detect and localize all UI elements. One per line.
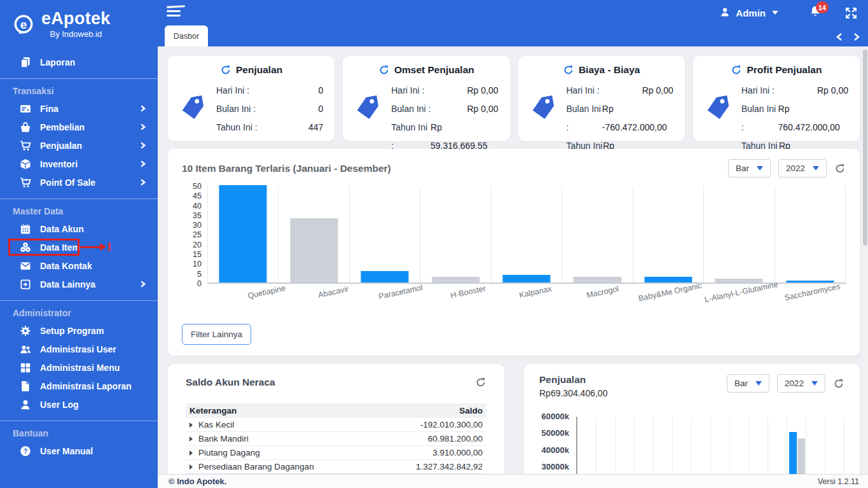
stat-row: Tahun Ini :447 xyxy=(216,118,323,137)
chart-year-value: 2022 xyxy=(786,164,805,173)
tag-icon xyxy=(704,92,733,122)
saldo-row-name: Persediaan Barang Dagangan xyxy=(186,460,378,474)
bar-quetiapine[interactable] xyxy=(219,185,267,282)
fullscreen-button[interactable] xyxy=(844,6,858,20)
refresh-icon[interactable] xyxy=(378,64,390,76)
row-expand-icon[interactable] xyxy=(189,436,193,442)
y-tick-label: 50 xyxy=(193,182,202,191)
chart-type-value: Bar xyxy=(736,164,749,173)
x-tick-label: L-Alanyl-L-Glutamine xyxy=(704,288,778,296)
x-tick-label: Quetiapine xyxy=(233,288,300,296)
sidebar-divider xyxy=(0,199,158,199)
bar-l-alanyl-l-glutamine[interactable] xyxy=(715,279,763,282)
sidebar-item-administrasi-user[interactable]: Administrasi User xyxy=(0,340,158,358)
sidebar-item-pembelian[interactable]: Pembelian xyxy=(0,118,158,136)
sidebar-item-laporan[interactable]: Laporan xyxy=(0,53,158,71)
top-chart-title: 10 Item Barang Terlaris (Januari - Desem… xyxy=(182,163,728,174)
notifications-button[interactable]: 14 xyxy=(809,5,822,20)
sales-year-select[interactable]: 2022 xyxy=(777,374,825,393)
stat-card-penjualan: PenjualanHari Ini :0Bulan Ini :0Tahun In… xyxy=(168,56,334,141)
y-tick-label: 45 xyxy=(193,192,202,200)
refresh-icon[interactable] xyxy=(563,64,574,76)
row-expand-icon[interactable] xyxy=(189,450,193,456)
sidebar-item-user-log[interactable]: User Log xyxy=(0,395,158,414)
sidebar-item-user-manual[interactable]: ?User Manual xyxy=(0,442,158,460)
sidebar-item-data-kontak[interactable]: Data Kontak xyxy=(0,256,158,275)
tabs-scroll-left-icon[interactable] xyxy=(836,33,843,41)
sidebar-item-setup-program[interactable]: Setup Program xyxy=(0,321,158,340)
chevron-right-icon xyxy=(139,160,146,167)
chevron-down-icon xyxy=(811,381,818,386)
sidebar-item-label: Setup Program xyxy=(40,326,104,336)
filter-lainnya-button[interactable]: Filter Lainnya xyxy=(182,324,251,345)
sidebar-item-data-akun[interactable]: Data Akun xyxy=(0,220,158,238)
chart-year-select[interactable]: 2022 xyxy=(778,159,827,178)
bar-paracetamol[interactable] xyxy=(361,271,409,282)
credit-card-icon xyxy=(19,102,32,115)
top-chart-x-labels: QuetiapineAbacavirParacetamolH-BoosterKa… xyxy=(233,288,846,296)
bar-kalpanax[interactable] xyxy=(502,275,550,282)
stat-row-value: 447 xyxy=(308,118,323,137)
stat-card-omset-penjualan: Omset PenjualanHari Ini :Rp 0,00Bulan In… xyxy=(343,56,509,141)
sidebar-item-label: Data Lainnya xyxy=(40,279,95,289)
sidebar-item-label: Point Of Sale xyxy=(40,178,95,188)
sidebar-section-transaksi: Transaksi xyxy=(0,81,158,99)
table-row[interactable]: Kas Kecil-192.010.300,00 xyxy=(186,418,486,432)
menu-toggle-button[interactable] xyxy=(167,6,185,19)
bar-slot xyxy=(279,186,349,282)
stat-row: Hari Ini :Rp 0,00 xyxy=(567,81,673,100)
table-row[interactable]: Piutang Dagang3.910.000,00 xyxy=(186,446,486,460)
row-expand-icon[interactable] xyxy=(189,464,193,470)
refresh-icon[interactable] xyxy=(220,64,231,76)
stat-card-title: Biaya - Biaya xyxy=(530,64,673,76)
bar-slot xyxy=(562,186,633,282)
refresh-icon[interactable] xyxy=(833,378,844,389)
sidebar-item-label: Fina xyxy=(40,104,59,114)
scrollbar[interactable] xyxy=(862,46,868,474)
stat-card-title-text: Omset Penjualan xyxy=(394,64,474,76)
stat-row-value: Rp 0,00 xyxy=(642,81,673,100)
refresh-icon[interactable] xyxy=(475,377,486,388)
stat-card-biaya-biaya: Biaya - BiayaHari Ini :Rp 0,00Bulan Ini … xyxy=(518,56,685,141)
sidebar-item-point-of-sale[interactable]: Point Of Sale xyxy=(0,173,158,192)
sidebar-item-label: Administrasi Menu xyxy=(40,363,120,373)
stat-card-title-text: Penjualan xyxy=(236,64,282,76)
table-row[interactable]: Persediaan Barang Dagangan1.327.342.842,… xyxy=(186,460,486,474)
refresh-icon[interactable] xyxy=(731,64,742,76)
sidebar-item-administrasi-menu[interactable]: Administrasi Menu xyxy=(0,358,158,377)
user-menu[interactable]: Admin xyxy=(719,6,778,20)
sidebar-item-administrasi-laporan[interactable]: Administrasi Laporan xyxy=(0,377,158,395)
chevron-right-icon xyxy=(139,123,146,130)
sales-type-select[interactable]: Bar xyxy=(727,374,769,393)
chart-type-select[interactable]: Bar xyxy=(728,159,771,178)
bar-abacavir[interactable] xyxy=(290,218,338,282)
copyright: © Indo Apotek. xyxy=(169,477,226,486)
table-row[interactable]: Bank Mandiri60.981.200,00 xyxy=(186,432,486,446)
user-icon xyxy=(719,6,731,20)
row-expand-icon[interactable] xyxy=(189,422,193,428)
bar-macrogol[interactable] xyxy=(574,277,621,282)
tabs-scroll-right-icon[interactable] xyxy=(853,33,860,41)
scrollbar-thumb[interactable] xyxy=(863,50,867,246)
sales-chart-card: Penjualan Rp69.304.406,00 Bar 2022 xyxy=(524,364,860,488)
sidebar-item-penjualan[interactable]: Penjualan xyxy=(0,136,158,155)
sidebar-item-fina[interactable]: Fina xyxy=(0,99,158,118)
sidebar-item-inventori[interactable]: Inventori xyxy=(0,155,158,173)
bar-saccharomyces[interactable] xyxy=(786,281,834,282)
tab-dasbor[interactable]: Dasbor xyxy=(165,25,208,46)
sidebar-item-data-item[interactable]: Data Item1 xyxy=(0,238,158,256)
bar-slot xyxy=(492,186,562,282)
bar-slot xyxy=(633,186,704,282)
stat-row: Bulan Ini :0 xyxy=(216,100,323,118)
refresh-icon[interactable] xyxy=(834,163,846,174)
y-tick-label: 35 xyxy=(193,211,202,220)
annotation-arrow xyxy=(80,246,100,248)
sidebar-item-data-lainnya[interactable]: Data Lainnya xyxy=(0,275,158,293)
stat-row-value: Rp 0,00 xyxy=(467,81,498,100)
sales-type-value: Bar xyxy=(734,379,748,388)
stat-row-value: 0 xyxy=(318,100,323,118)
bar-baby-me-organic[interactable] xyxy=(644,277,692,282)
bar-h-booster[interactable] xyxy=(432,277,479,282)
y-tick-label: 40000k xyxy=(539,442,569,459)
sidebar-divider xyxy=(0,300,158,301)
